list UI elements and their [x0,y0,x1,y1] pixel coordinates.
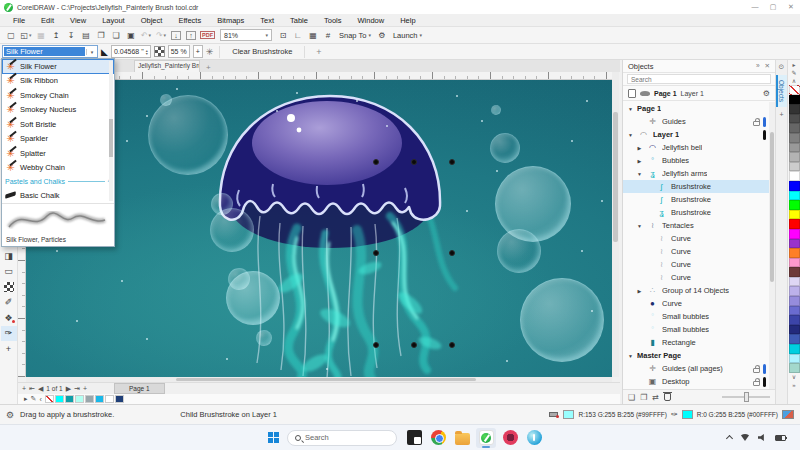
selection-handle[interactable] [449,159,455,165]
tree-row-master-page[interactable]: ▼Master Page [623,349,769,362]
selection-handle[interactable] [449,250,455,256]
maximize-button[interactable]: ▢ [764,0,782,14]
font-manager-app[interactable] [524,428,544,448]
add-page-button[interactable]: + [22,385,26,392]
close-button[interactable]: ✕ [782,0,800,14]
selection-handle[interactable] [373,159,379,165]
snap-to-dropdown[interactable]: Snap To▾ [336,31,374,40]
tree-row-guides-all-pages-[interactable]: ✛Guides (all pages) [623,362,769,375]
menu-file[interactable]: File [6,16,32,25]
color-swatch[interactable] [789,296,800,306]
tree-row-brushstroke[interactable]: ʓBrushstroke [623,206,769,219]
menu-help[interactable]: Help [393,16,422,25]
color-swatch[interactable] [789,210,800,220]
volume-icon[interactable] [758,434,767,442]
full-screen-preview-button[interactable]: ⊡ [276,28,290,42]
objects-search-input[interactable] [627,74,771,84]
doc-color-swatch[interactable] [105,395,114,403]
taskbar-search[interactable]: Search [287,430,397,446]
breadcrumb-layer[interactable]: Layer 1 [681,90,704,97]
tree-row-jellyfish-arms[interactable]: ▼ʓJellyfish arms [623,167,769,180]
tree-row-desktop[interactable]: ▣Desktop [623,375,769,388]
color-swatch-none[interactable] [789,85,800,95]
brush-category-header[interactable]: Pastels and Chalks ^ [2,175,114,188]
color-swatch[interactable] [789,306,800,316]
color-swatch[interactable] [789,95,800,105]
brush-item-soft-bristle[interactable]: ✳Soft Bristle [2,117,114,132]
color-swatch[interactable] [789,104,800,114]
photo-paint-app[interactable] [500,428,520,448]
color-swatch[interactable] [789,123,800,133]
tree-row-tentacles[interactable]: ▼≀Tentacles [623,219,769,232]
color-swatch[interactable] [789,258,800,268]
color-swatch[interactable] [789,354,800,364]
doc-color-swatch[interactable] [65,395,74,403]
delete-icon[interactable] [664,393,671,401]
publish-pdf-button[interactable]: PDF [199,28,216,42]
brush-item-splatter[interactable]: ✳Splatter [2,146,114,161]
show-grid-button[interactable]: ▦ [306,28,320,42]
chevron-right-icon[interactable]: ▶ [636,145,643,151]
fill-color-swatch[interactable] [563,410,574,419]
new-document-tab-button[interactable]: + [200,63,217,72]
open-button[interactable]: ◱▾ [19,28,33,42]
color-swatch[interactable] [789,191,800,201]
wifi-icon[interactable] [740,434,750,441]
task-view-app[interactable] [404,428,424,448]
pen-indicator[interactable] [763,377,766,387]
selection-handle[interactable] [373,250,379,256]
scrollbar-thumb[interactable] [613,112,618,242]
previous-page-button[interactable]: ◀ [38,385,43,393]
copy-button[interactable]: ❐ [94,28,108,42]
tree-row-curve[interactable]: ≀Curve [623,245,769,258]
file-explorer-app[interactable] [452,428,472,448]
breadcrumb-page[interactable]: Page 1 [654,90,677,97]
tree-row-page-1[interactable]: ▼Page 1 [623,102,769,115]
chrome-app[interactable] [428,428,448,448]
new-document-button[interactable]: ▢ [4,28,18,42]
menu-text[interactable]: Text [253,16,281,25]
launch-dropdown[interactable]: Launch▾ [390,31,425,40]
outline-color-swatch[interactable] [682,410,693,419]
page-tab[interactable]: Page 1 [114,383,165,394]
transparency-stepper[interactable]: + [193,45,203,58]
tree-row-curve[interactable]: ≀Curve [623,271,769,284]
minimize-button[interactable]: — [746,0,764,14]
color-swatch[interactable] [789,171,800,181]
painterly-brush-tool[interactable]: ✑ [1,326,17,342]
next-page-button[interactable]: ▶ [66,385,71,393]
chevron-down-icon[interactable]: ▼ [627,353,634,359]
clear-brushstroke-button[interactable]: Clear Brushstroke [226,45,298,58]
chevron-down-icon[interactable]: ▾ [420,32,423,38]
document-tab[interactable]: Jellyfish_Painterly Brush t... [134,60,200,72]
brush-item-smokey-chain[interactable]: ✳Smokey Chain [2,88,114,103]
color-swatch[interactable] [789,267,800,277]
pen-indicator[interactable] [763,364,766,374]
import-button[interactable]: ↓ [169,28,183,42]
panel-expand-icon[interactable]: » [756,62,760,70]
pen-indicator[interactable] [763,117,766,127]
new-layer-icon[interactable]: ❏ [628,393,635,402]
canvas-vertical-scrollbar[interactable] [612,72,619,377]
menu-bitmaps[interactable]: Bitmaps [210,16,251,25]
chevron-down-icon[interactable]: ▼ [627,106,634,112]
transparency-input[interactable]: 55 % [168,45,190,58]
palette-back-icon[interactable]: ‹ [39,396,41,403]
selection-handle[interactable] [449,342,455,348]
document-info-icon[interactable] [782,410,794,419]
menu-effects[interactable]: Effects [171,16,208,25]
palette-scroll-down-icon[interactable]: ∨ [789,373,800,381]
menu-window[interactable]: Window [350,16,391,25]
objects-docker-tab[interactable]: Objects [776,75,787,107]
menu-tools[interactable]: Tools [317,16,349,25]
color-swatch[interactable] [789,277,800,287]
tree-row-group-of-14-objects[interactable]: ▶∴Group of 14 Objects [623,284,769,297]
selection-handle[interactable] [373,342,379,348]
chevron-down-icon[interactable]: ▾ [86,49,97,55]
palette-flyout-icon[interactable]: ▸ [789,61,800,69]
open-from-cloud-button[interactable]: ↧ [64,28,78,42]
save-to-cloud-button[interactable]: ↥ [49,28,63,42]
layer-icon[interactable] [640,91,650,96]
palette-more-icon[interactable]: » [789,381,800,389]
brush-style-combobox[interactable]: Silk Flower ▾ [2,45,98,58]
